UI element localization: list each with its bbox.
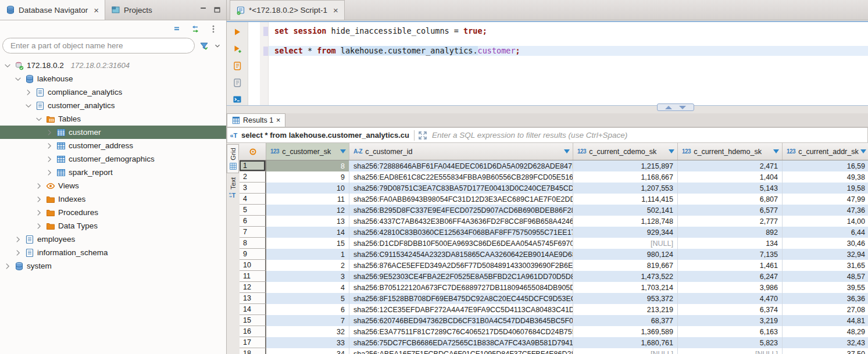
cell-c_current_hdemo_sk[interactable]: 1,404 bbox=[678, 171, 783, 183]
editor-results-splitter[interactable] bbox=[227, 105, 868, 113]
cell-c_current_hdemo_sk[interactable]: 6,247 bbox=[678, 271, 783, 282]
cell-c_current_cdemo_sk[interactable]: 1,703,214 bbox=[573, 282, 678, 293]
cell-c_customer_sk[interactable]: 7 bbox=[266, 315, 349, 326]
cell-c_customer_id[interactable]: sha256:B295D8FC337E9E4FECD0725D907ACD6B6… bbox=[349, 205, 573, 216]
splitter-down-icon[interactable] bbox=[679, 106, 686, 109]
sql-editor[interactable]: set session hide_inaccessible_columns = … bbox=[227, 21, 868, 105]
tree-item-172-18-0-2[interactable]: 172.18.0.2172.18.0.2:31604 bbox=[0, 59, 226, 72]
row-number[interactable]: 15 bbox=[240, 315, 266, 326]
explain-plan-icon[interactable] bbox=[233, 78, 242, 87]
tree-item-employees[interactable]: employees bbox=[0, 233, 226, 246]
row-number[interactable]: 12 bbox=[240, 282, 266, 293]
cell-c_current_addr_sk[interactable]: 47,99 bbox=[783, 194, 868, 205]
tree-item-customer-address[interactable]: customer_address bbox=[0, 139, 226, 152]
cell-c_current_hdemo_sk[interactable]: 7,135 bbox=[678, 249, 783, 260]
cell-c_current_addr_sk[interactable]: 16,59 bbox=[783, 160, 868, 171]
cell-c_customer_id[interactable]: sha256:876ACE5EFED349A2D56F77D5084891433… bbox=[349, 260, 573, 271]
cell-c_current_cdemo_sk[interactable]: [NULL] bbox=[573, 238, 678, 249]
cell-c_customer_id[interactable]: sha256:75DC7FCB6686EDA72565C1B838CA7FC43… bbox=[349, 337, 573, 348]
cell-c_current_cdemo_sk[interactable]: 213,219 bbox=[573, 304, 678, 315]
cell-c_current_hdemo_sk[interactable]: 2,471 bbox=[678, 160, 783, 171]
cell-c_customer_id[interactable]: sha256:8F1528BB708DF69EB475DC92A8C20EC44… bbox=[349, 293, 573, 304]
cell-c_current_addr_sk[interactable]: 6,44 bbox=[783, 227, 868, 238]
tree-item-spark-report[interactable]: spark_report bbox=[0, 166, 226, 179]
cell-c_current_cdemo_sk[interactable]: 1,168,667 bbox=[573, 171, 678, 183]
cell-c_current_addr_sk[interactable]: 32,94 bbox=[783, 249, 868, 260]
cell-c_customer_sk[interactable]: 10 bbox=[266, 183, 349, 194]
cell-c_customer_id[interactable]: sha256:FA0ABB6943B98054FC31D12D3E3AEC689… bbox=[349, 194, 573, 205]
column-header-c_customer_sk[interactable]: 123c_customer_sk bbox=[266, 143, 349, 160]
cell-c_customer_sk[interactable]: 3 bbox=[266, 271, 349, 282]
row-number[interactable]: 6 bbox=[240, 216, 266, 227]
results-filter-bar[interactable]: «T select * from lakehouse.customer_anal… bbox=[227, 127, 868, 143]
row-number[interactable]: 16 bbox=[240, 326, 266, 337]
filter-icon[interactable] bbox=[199, 41, 209, 51]
tree-item-compliance-analytics[interactable]: compliance_analytics bbox=[0, 85, 226, 99]
cell-c_current_cdemo_sk[interactable]: 1,114,415 bbox=[573, 194, 678, 205]
cell-c_customer_id[interactable]: sha256:620746BED947362BCD6CF31B0A4C547DD… bbox=[349, 315, 573, 326]
column-menu-arrow-icon[interactable] bbox=[340, 149, 346, 153]
cell-c_current_cdemo_sk[interactable]: 1,207,553 bbox=[573, 183, 678, 194]
chevron-down-icon[interactable] bbox=[3, 62, 12, 70]
cell-c_current_hdemo_sk[interactable]: 5,823 bbox=[678, 337, 783, 348]
cell-c_current_cdemo_sk[interactable]: 1,473,522 bbox=[573, 271, 678, 282]
cell-c_current_cdemo_sk[interactable]: 502,141 bbox=[573, 205, 678, 216]
tree-item-lakehouse[interactable]: lakehouse bbox=[0, 72, 226, 85]
tab-results-1[interactable]: Results 1 × bbox=[227, 113, 285, 127]
presentation-tab-text[interactable]: TextT bbox=[227, 174, 239, 202]
cell-c_customer_sk[interactable]: 33 bbox=[266, 337, 349, 348]
cell-c_current_addr_sk[interactable]: 48,29 bbox=[783, 326, 868, 337]
cell-c_customer_sk[interactable]: 34 bbox=[266, 348, 349, 354]
execute-new-tab-icon[interactable] bbox=[233, 44, 242, 53]
chevron-right-icon[interactable] bbox=[35, 182, 43, 190]
cell-c_customer_sk[interactable]: 2 bbox=[266, 260, 349, 271]
maximize-icon[interactable] bbox=[213, 6, 222, 14]
cell-c_current_addr_sk[interactable]: 47,36 bbox=[783, 205, 868, 216]
execute-script-icon[interactable] bbox=[233, 61, 242, 70]
chevron-right-icon[interactable] bbox=[45, 128, 53, 137]
result-grid[interactable]: 123c_customer_skA-Zc_customer_id123c_cur… bbox=[240, 143, 868, 354]
tree-item-views[interactable]: Views bbox=[0, 179, 226, 192]
tree-item-customer-analytics[interactable]: customer_analytics bbox=[0, 99, 226, 112]
row-number[interactable]: 13 bbox=[240, 293, 266, 304]
cell-c_current_cdemo_sk[interactable]: 819,667 bbox=[573, 260, 678, 271]
cell-c_customer_sk[interactable]: 8 bbox=[266, 160, 349, 171]
chevron-down-icon[interactable] bbox=[35, 115, 43, 123]
cell-c_current_cdemo_sk[interactable]: [NULL] bbox=[573, 348, 678, 354]
tab-projects[interactable]: Projects bbox=[105, 0, 158, 20]
cell-c_current_addr_sk[interactable]: 14,00 bbox=[783, 216, 868, 227]
chevron-down-icon[interactable] bbox=[24, 102, 33, 110]
cell-c_customer_sk[interactable]: 11 bbox=[266, 194, 349, 205]
tree-item-tables[interactable]: Tables bbox=[0, 112, 226, 126]
cell-c_customer_sk[interactable]: 15 bbox=[266, 238, 349, 249]
chevron-right-icon[interactable] bbox=[14, 235, 22, 244]
execute-statement-icon[interactable] bbox=[233, 27, 242, 37]
row-number[interactable]: 11 bbox=[240, 271, 266, 282]
filter-placeholder[interactable]: Enter a SQL expression to filter results… bbox=[432, 131, 627, 140]
cell-c_customer_id[interactable]: sha256:C9115342454A2323DA815865CAA326064… bbox=[349, 249, 573, 260]
tree-item-system[interactable]: system bbox=[0, 259, 226, 273]
link-with-editor-icon[interactable] bbox=[191, 24, 200, 34]
cell-c_customer_id[interactable]: sha256:E3A77511F81C7289C76C4065217D5D406… bbox=[349, 326, 573, 337]
cell-c_customer_id[interactable]: sha256:12CE35EFDABF272A4A47E9FA9CC5D4113… bbox=[349, 304, 573, 315]
cell-c_current_hdemo_sk[interactable]: 2,777 bbox=[678, 216, 783, 227]
column-header-c_customer_id[interactable]: A-Zc_customer_id bbox=[349, 143, 573, 160]
cell-c_current_cdemo_sk[interactable]: 1,369,589 bbox=[573, 326, 678, 337]
cell-c_current_hdemo_sk[interactable]: 3,219 bbox=[678, 315, 783, 326]
row-number[interactable]: 18 bbox=[240, 348, 266, 354]
presentation-tab-grid[interactable]: Grid bbox=[227, 144, 239, 173]
collapse-all-icon[interactable] bbox=[173, 24, 182, 34]
cell-c_current_addr_sk[interactable]: 39,55 bbox=[783, 282, 868, 293]
cell-c_current_addr_sk[interactable]: 19,58 bbox=[783, 183, 868, 194]
chevron-right-icon[interactable] bbox=[35, 195, 43, 203]
cell-c_current_addr_sk[interactable]: 48,57 bbox=[783, 271, 868, 282]
tree-item-data-types[interactable]: Data Types bbox=[0, 219, 226, 233]
cell-c_customer_id[interactable]: sha256:4337C7AB6432E3B06FF4A3636FD2F8CC8… bbox=[349, 216, 573, 227]
code-line[interactable]: set session hide_inaccessible_columns = … bbox=[269, 26, 868, 36]
row-number[interactable]: 4 bbox=[240, 194, 266, 205]
tree-item-procedures[interactable]: Procedures bbox=[0, 206, 226, 219]
expand-filter-icon[interactable] bbox=[418, 131, 427, 140]
row-number[interactable]: 5 bbox=[240, 205, 266, 216]
chevron-right-icon[interactable] bbox=[35, 222, 43, 230]
row-number[interactable]: 7 bbox=[240, 227, 266, 238]
